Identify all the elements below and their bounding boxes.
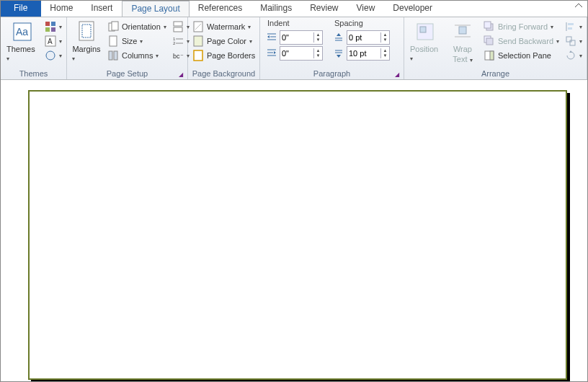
tab-view[interactable]: View bbox=[348, 1, 385, 17]
watermark-icon bbox=[192, 21, 204, 32]
group-button[interactable]: ▾ bbox=[564, 35, 584, 48]
indent-left-input[interactable] bbox=[280, 32, 313, 43]
spin-up-icon[interactable]: ▲ bbox=[380, 32, 389, 37]
spin-down-icon[interactable]: ▼ bbox=[380, 53, 389, 58]
theme-fonts-button[interactable]: A▾ bbox=[43, 35, 63, 48]
spin-up-icon[interactable]: ▲ bbox=[313, 32, 322, 37]
bring-forward-icon bbox=[484, 21, 495, 32]
svg-rect-3 bbox=[51, 22, 55, 26]
document-page[interactable] bbox=[28, 90, 567, 380]
wrap-text-button[interactable]: Wrap Text ▾ bbox=[446, 19, 479, 65]
page-borders-icon bbox=[192, 50, 204, 61]
spin-down-icon[interactable]: ▼ bbox=[380, 37, 389, 43]
spacing-before-input[interactable] bbox=[347, 32, 380, 43]
indent-right-input[interactable] bbox=[280, 48, 313, 58]
group-objects-icon bbox=[565, 35, 576, 47]
svg-text:bc⁻: bc⁻ bbox=[173, 53, 184, 60]
spacing-after-icon bbox=[333, 48, 344, 59]
group-label-page-background: Page Background bbox=[191, 68, 257, 79]
page-color-button[interactable]: Page Color ▾ bbox=[191, 35, 257, 48]
selection-pane-icon bbox=[484, 50, 495, 61]
theme-colors-button[interactable]: ▾ bbox=[43, 20, 63, 33]
spacing-after-spinner[interactable]: ▲▼ bbox=[347, 46, 390, 61]
margins-label: Margins ▾ bbox=[72, 45, 100, 62]
spacing-header: Spacing bbox=[333, 19, 390, 29]
watermark-button[interactable]: Watermark ▾ bbox=[191, 20, 257, 33]
wrap-text-label-1: Wrap bbox=[453, 45, 472, 53]
themes-button[interactable]: Aa Themes ▾ bbox=[4, 19, 40, 63]
rotate-icon bbox=[565, 50, 576, 61]
svg-text:Aa: Aa bbox=[16, 26, 28, 37]
margins-button[interactable]: Margins ▾ bbox=[70, 19, 103, 63]
spacing-before-icon bbox=[333, 32, 344, 43]
tab-home[interactable]: Home bbox=[41, 1, 82, 17]
svg-rect-26 bbox=[194, 50, 202, 61]
tab-page-layout[interactable]: Page Layout bbox=[122, 1, 189, 17]
svg-rect-45 bbox=[486, 38, 493, 45]
columns-button[interactable]: Columns ▾ bbox=[106, 49, 168, 62]
group-themes: Aa Themes ▾ ▾ A▾ ▾ Themes bbox=[1, 17, 67, 79]
size-button[interactable]: Size ▾ bbox=[106, 35, 168, 48]
group-label-paragraph: Paragraph◢ bbox=[263, 68, 401, 79]
tab-review[interactable]: Review bbox=[301, 1, 347, 17]
send-backward-icon bbox=[484, 35, 495, 47]
theme-mini-buttons: ▾ A▾ ▾ bbox=[43, 19, 63, 62]
page-setup-launcher-icon[interactable]: ◢ bbox=[179, 71, 183, 78]
line-numbers-icon: 12 bbox=[172, 35, 184, 47]
svg-rect-47 bbox=[490, 51, 494, 60]
svg-rect-17 bbox=[174, 27, 182, 32]
group-label-arrange: Arrange bbox=[407, 68, 584, 79]
svg-rect-16 bbox=[174, 22, 182, 26]
svg-point-8 bbox=[46, 51, 55, 60]
tab-mailings[interactable]: Mailings bbox=[251, 1, 301, 17]
indent-right-icon bbox=[266, 48, 277, 59]
svg-rect-13 bbox=[110, 36, 117, 46]
indent-right-spinner[interactable]: ▲▼ bbox=[280, 46, 323, 61]
document-area[interactable] bbox=[1, 80, 587, 381]
columns-icon bbox=[107, 50, 119, 61]
indent-header: Indent bbox=[266, 19, 323, 29]
orientation-button[interactable]: Orientation ▾ bbox=[106, 20, 168, 33]
wrap-text-label-2: Text ▾ bbox=[453, 55, 472, 63]
indent-left-spinner[interactable]: ▲▼ bbox=[280, 30, 323, 45]
spin-up-icon[interactable]: ▲ bbox=[380, 48, 389, 53]
spin-down-icon[interactable]: ▼ bbox=[313, 53, 322, 58]
theme-effects-icon bbox=[45, 50, 56, 61]
tab-insert[interactable]: Insert bbox=[82, 1, 122, 17]
tab-references[interactable]: References bbox=[190, 1, 251, 17]
page-borders-button[interactable]: Page Borders bbox=[191, 49, 257, 62]
group-label-themes: Themes bbox=[4, 68, 63, 79]
size-icon bbox=[107, 35, 119, 47]
bring-forward-button[interactable]: Bring Forward ▾ bbox=[482, 20, 561, 33]
selection-pane-button[interactable]: Selection Pane bbox=[482, 49, 561, 62]
tab-developer[interactable]: Developer bbox=[384, 1, 442, 17]
theme-effects-button[interactable]: ▾ bbox=[43, 49, 63, 62]
spin-down-icon[interactable]: ▼ bbox=[313, 37, 322, 43]
spacing-before-spinner[interactable]: ▲▼ bbox=[347, 30, 390, 45]
paragraph-launcher-icon[interactable]: ◢ bbox=[395, 71, 399, 78]
spin-up-icon[interactable]: ▲ bbox=[313, 48, 322, 53]
svg-rect-2 bbox=[45, 22, 50, 26]
group-paragraph: Indent ▲▼ ▲▼ Spacing ▲▼ ▲▼ bbox=[260, 17, 404, 79]
svg-rect-12 bbox=[112, 22, 118, 30]
svg-rect-4 bbox=[45, 27, 50, 32]
svg-rect-51 bbox=[566, 37, 571, 42]
ribbon-tabs: File Home Insert Page Layout References … bbox=[1, 1, 587, 17]
svg-text:A: A bbox=[48, 37, 53, 45]
position-button[interactable]: Position ▾ bbox=[407, 19, 443, 63]
svg-rect-50 bbox=[568, 27, 572, 30]
svg-text:2: 2 bbox=[173, 41, 176, 45]
svg-rect-38 bbox=[420, 27, 426, 32]
send-backward-button[interactable]: Send Backward ▾ bbox=[482, 35, 561, 48]
group-arrange: Position ▾ Wrap Text ▾ Bring Forward ▾ S… bbox=[404, 17, 587, 79]
align-button[interactable]: ▾ bbox=[564, 20, 584, 33]
indent-left-icon bbox=[266, 32, 277, 43]
rotate-button[interactable]: ▾ bbox=[564, 49, 584, 62]
tab-file[interactable]: File bbox=[1, 1, 41, 17]
themes-label: Themes ▾ bbox=[6, 45, 37, 62]
group-label-page-setup: Page Setup◢ bbox=[70, 68, 184, 79]
group-page-setup: Margins ▾ Orientation ▾ Size ▾ Columns ▾… bbox=[67, 17, 188, 79]
spacing-after-input[interactable] bbox=[347, 48, 380, 58]
theme-fonts-icon: A bbox=[45, 35, 56, 47]
minimize-ribbon-icon[interactable] bbox=[570, 1, 587, 17]
